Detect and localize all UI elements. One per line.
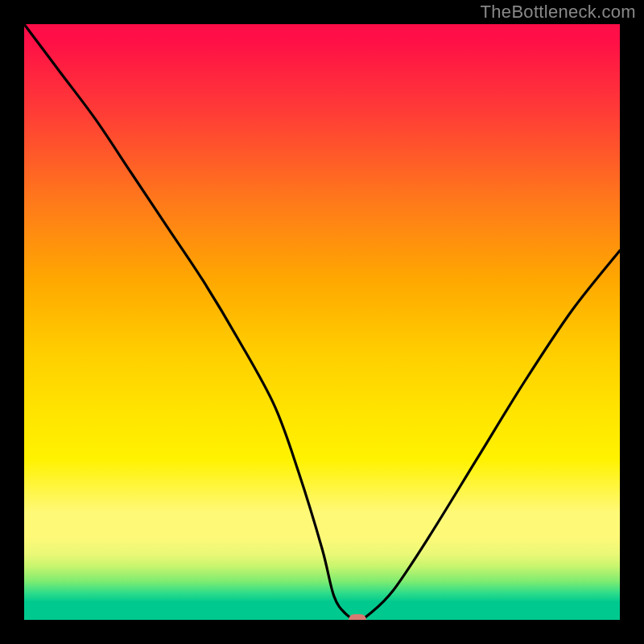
bottleneck-curve <box>24 24 620 620</box>
plot-area <box>24 24 620 620</box>
optimal-point-marker <box>349 614 366 620</box>
chart-frame: TheBottleneck.com <box>0 0 644 644</box>
attribution-label: TheBottleneck.com <box>481 2 636 23</box>
